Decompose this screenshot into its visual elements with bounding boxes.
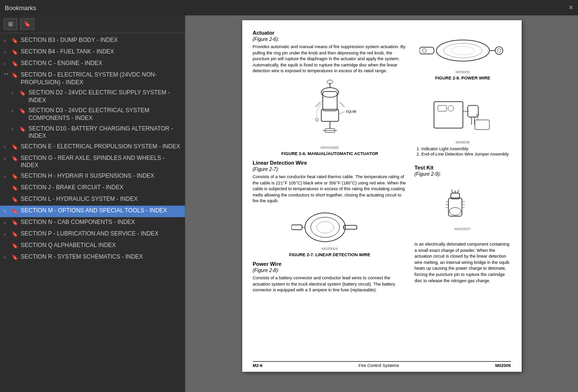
chevron-c [4,61,10,67]
fig29-num: M00008 [456,140,470,144]
sidebar-item-j[interactable]: 🔖 SECTION J - BRAKE CIRCUIT - INDEX [0,183,185,194]
fig27-caption: FIGURE 2-7. LINEAR DETECTION WIRE [289,252,370,257]
power-sub: (Figure 2-8): [253,268,407,273]
svg-point-43 [449,208,461,215]
bookmark-icon-l: 🔖 [12,196,18,203]
top-bar: Bookmarks × [0,0,578,15]
bookmark-icon-b4: 🔖 [12,49,18,55]
sidebar-label-d: SECTION D - ELECTRICAL SYSTEM (24VDC NON… [21,71,182,86]
page-content: Actuator (Figure 2-6): Provides automati… [253,30,511,296]
sidebar-label-r: SECTION R - SYSTEM SCHEMATICS - INDEX [21,253,182,261]
sidebar-item-g[interactable]: 🔖 SECTION G - REAR AXLE, SPINDLES AND WH… [0,153,185,171]
bookmark-icon-m: 🔖 [12,208,18,214]
bookmark-icon-q: 🔖 [12,242,18,249]
sidebar-item-p[interactable]: 🔖 SECTION P - LUBRICATION AND SERVICE - … [0,229,185,240]
sidebar-label-q: SECTION Q ALPHABETICAL INDEX [21,242,182,249]
sidebar-label-b4: SECTION B4 - FUEL TANK - INDEX [21,48,182,56]
page-footer: M2-6 Fire Control Systems M02005 [253,361,511,368]
page-container[interactable]: Actuator (Figure 2-6): Provides automati… [185,15,578,392]
svg-rect-32 [468,105,478,117]
footer-title: Fire Control Systems [358,363,399,368]
squib-section: Is an electrically detonated component c… [415,239,511,287]
power-heading: Power Wire [253,261,407,267]
sidebar-item-q[interactable]: 🔖 SECTION Q ALPHABETICAL INDEX [0,240,185,252]
testkit-heading: Test Kit [415,165,511,170]
sidebar-item-b4[interactable]: 🔖 SECTION B4 - FUEL TANK - INDEX [0,47,185,58]
fig29-list: 1. Indicator Light Assembly 2. End-of-Li… [417,146,509,157]
close-button[interactable]: × [569,3,573,12]
sidebar-label-e: SECTION E - ELECTRICAL PROPULSION SYSTEM… [21,143,182,151]
left-column: Actuator (Figure 2-6): Provides automati… [253,30,407,296]
sidebar-item-b3[interactable]: 🔖 SECTION B3 - DUMP BODY - INDEX [0,35,185,47]
sidebar-item-r[interactable]: 🔖 SECTION R - SYSTEM SCHEMATICS - INDEX [0,252,185,263]
sidebar-item-d3[interactable]: 🔖 SECTION D3 - 24VDC ELECTRICAL SYSTEM C… [0,105,185,123]
svg-point-22 [451,46,474,55]
bookmark-icon: 🔖 [24,21,31,27]
figure-26-area: SQUIB M0020080 FIGURE 2-6. MANUAL/AUTOMA… [253,78,407,156]
sidebar-label-n: SECTION N - CAB COMPONENTS - INDEX [21,219,182,226]
bookmarks-title: Bookmarks [5,4,36,12]
actuator-heading: Actuator [253,30,407,36]
squib-body: Is an electrically detonated component c… [415,241,511,284]
footer-doc-num: M02005 [495,363,511,368]
bookmark-icon-g: 🔖 [12,155,18,162]
bookmark-icon-c: 🔖 [12,60,18,67]
chevron-m [4,208,10,214]
figure-29-area: M00008 1. Indicator Light Assembly 2. En… [417,92,509,157]
figure-26-image: SQUIB [294,78,366,145]
svg-line-41 [451,190,453,193]
sidebar-label-h: SECTION H - HYDRAIR II SUSPENSIONS - IND… [21,172,182,180]
svg-point-21 [444,43,482,58]
chevron-h [4,173,10,180]
linear-sub: (Figure 2-7): [253,167,407,172]
figure-29-image [424,92,501,140]
linear-body: Consists of a two conductor heat rated t… [253,174,407,204]
sidebar-label-l: SECTION L - HYDRAULIC SYSTEM - INDEX [21,196,182,203]
chevron-e [4,144,10,150]
svg-point-0 [321,88,339,97]
svg-point-15 [316,222,334,233]
sidebar-item-d10[interactable]: 🔖 SECTION D10 - BATTERY CHARGING ALTERNA… [0,124,185,142]
grid-view-button[interactable]: ⊞ [4,18,17,30]
fig26-caption: FIGURE 2-6. MANUAL/AUTOMATIC ACTUATOR [281,151,378,156]
actuator-sub: (Figure 2-6): [253,37,407,42]
sidebar-item-h[interactable]: 🔖 SECTION H - HYDRAIR II SUSPENSIONS - I… [0,171,185,183]
chevron-r [4,254,10,261]
sidebar-item-l[interactable]: 🔖 SECTION L - HYDRAULIC SYSTEM - INDEX [0,194,185,206]
sidebar-label-b3: SECTION B3 - DUMP BODY - INDEX [21,37,182,44]
chevron-b3 [4,38,10,44]
sidebar-label-g: SECTION G - REAR AXLE, SPINDLES AND WHEE… [21,155,182,170]
sidebar-toolbar: ⊞ 🔖 [0,15,185,33]
fig28-caption: FIGURE 2-8. POWER WIRE [435,76,490,80]
bookmark-icon-j: 🔖 [12,184,18,191]
figure-210-image [434,183,492,227]
bookmark-icon-r: 🔖 [12,254,18,261]
sidebar-label-p: SECTION P - LUBRICATION AND SERVICE - IN… [21,230,182,238]
svg-rect-23 [420,47,434,54]
sidebar-item-d[interactable]: ˅ 🔖 SECTION D - ELECTRICAL SYSTEM (24VDC… [0,70,185,88]
bookmark-icon-d2: 🔖 [19,90,26,96]
bookmark-options-button[interactable]: 🔖 [20,18,34,30]
linear-heading: Linear Detection Wire [253,160,407,166]
bookmark-icon-d3: 🔖 [19,107,26,114]
svg-text:SQUIB: SQUIB [346,110,356,114]
svg-rect-29 [438,105,447,111]
svg-point-14 [311,217,340,237]
fig27-num: M020004 [322,247,338,251]
chevron-d3 [12,108,17,114]
doc-area: Actuator (Figure 2-6): Provides automati… [185,15,578,392]
svg-line-10 [339,112,344,114]
sidebar-item-m[interactable]: 🔖 SECTION M - OPTIONS AND SPECIAL TOOLS … [0,206,185,217]
sidebar-label-m: SECTION M - OPTIONS AND SPECIAL TOOLS - … [21,207,182,215]
testkit-sub: (Figure 2-9): [415,171,511,177]
chevron-d: ˅ [4,72,10,78]
svg-point-25 [495,47,503,54]
sidebar-item-n[interactable]: 🔖 SECTION N - CAB COMPONENTS - INDEX [0,217,185,229]
figure-28-image [420,34,506,70]
sidebar-item-d2[interactable]: 🔖 SECTION D2 - 24VDC ELECTRIC SUPPLY SYS… [0,88,185,105]
sidebar-item-c[interactable]: 🔖 SECTION C - ENGINE - INDEX [0,58,185,70]
sidebar-label-d2: SECTION D2 - 24VDC ELECTRIC SUPPLY SYSTE… [28,89,182,104]
figure-27-image [291,208,368,247]
testkit-section: Test Kit (Figure 2-9): [415,165,511,180]
sidebar-item-e[interactable]: 🔖 SECTION E - ELECTRICAL PROPULSION SYST… [0,142,185,153]
